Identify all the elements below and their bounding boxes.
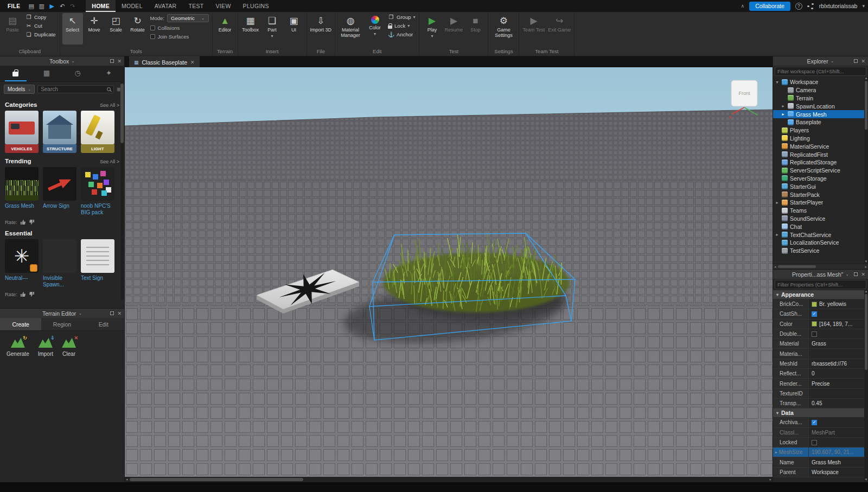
property-value[interactable]: Precise xyxy=(809,379,868,388)
property-value[interactable]: MeshPart xyxy=(809,428,868,437)
ribbon-tab-plugins[interactable]: PLUGINS xyxy=(237,0,275,12)
property-value[interactable]: [164, 189, 7... xyxy=(809,320,868,329)
explorer-item-lighting[interactable]: Lighting xyxy=(773,135,868,143)
properties-section-appearance[interactable]: ▾Appearance xyxy=(773,290,868,299)
toolbox-category-structure[interactable]: STRUCTURE xyxy=(43,111,76,153)
scroll-left-icon[interactable]: ◂ xyxy=(774,264,776,270)
move-button[interactable]: ✛Move xyxy=(84,13,105,44)
import-button[interactable]: ⇩Import xyxy=(38,338,53,357)
expander-icon[interactable]: ▸ xyxy=(781,104,786,108)
scrollbar-thumb[interactable] xyxy=(865,81,867,130)
open-icon[interactable]: ▥ xyxy=(37,1,46,11)
toolbox-asset-invisible-spawn[interactable]: Invisible Spawn... xyxy=(43,239,76,287)
thumbs-up-icon[interactable] xyxy=(20,291,26,297)
lock-button[interactable]: Lock▾ xyxy=(386,22,417,30)
chevron-down-icon[interactable]: ⌄ xyxy=(78,311,82,316)
search-input[interactable] xyxy=(41,86,105,92)
redo-icon[interactable]: ↷ xyxy=(68,1,77,11)
close-tab-icon[interactable]: ✕ xyxy=(190,60,195,65)
property-value[interactable] xyxy=(809,389,868,398)
explorer-item-starterpack[interactable]: StarterPack xyxy=(773,190,868,199)
viewport-3d[interactable]: Front x xyxy=(125,67,773,477)
explorer-item-serverscriptservice[interactable]: ServerScriptService xyxy=(773,167,868,175)
explorer-item-terrain[interactable]: Terrain xyxy=(773,94,868,103)
scroll-up-icon[interactable]: ▲ xyxy=(864,76,868,80)
explorer-item-teams[interactable]: Teams xyxy=(773,207,868,215)
chevron-down-icon[interactable]: ⌄ xyxy=(71,59,75,63)
checkbox-checked-icon[interactable]: ✓ xyxy=(812,311,817,317)
play-solo-icon[interactable]: ▶ xyxy=(47,1,56,11)
float-panel-icon[interactable] xyxy=(854,272,858,276)
float-panel-icon[interactable] xyxy=(110,311,114,315)
property-value[interactable]: ✓ xyxy=(809,309,868,318)
toolbox-category-light[interactable]: LIGHT xyxy=(81,111,114,153)
expander-icon[interactable]: ▸ xyxy=(775,450,777,455)
scale-button[interactable]: ◰Scale xyxy=(106,13,126,44)
chevron-down-icon[interactable]: ⌄ xyxy=(831,59,834,63)
toolbox-asset-grass-mesh[interactable]: Grass Mesh xyxy=(5,167,39,215)
scrollbar-thumb[interactable] xyxy=(130,478,303,481)
close-icon[interactable]: ✕ xyxy=(117,59,122,64)
part-button[interactable]: ❑Part▾ xyxy=(262,13,283,44)
select-button[interactable]: ↖Select xyxy=(62,13,83,44)
clear-button[interactable]: ✕Clear xyxy=(62,338,76,357)
color-button[interactable]: Color▾ xyxy=(365,13,385,44)
float-panel-icon[interactable] xyxy=(854,59,858,63)
thumbs-up-icon[interactable] xyxy=(20,219,26,225)
property-value[interactable]: 190.607, 90, 21... xyxy=(809,448,868,457)
expander-icon[interactable]: ▸ xyxy=(781,112,786,117)
toolbox-button[interactable]: ▦Toolbox xyxy=(240,13,261,44)
asset-category-select[interactable]: Models ⌄ xyxy=(4,85,35,94)
scroll-left-icon[interactable]: ◂ xyxy=(126,477,128,482)
explorer-item-replicatedfirst[interactable]: ReplicatedFirst xyxy=(773,150,868,158)
help-icon[interactable]: ? xyxy=(795,3,802,10)
explorer-item-startergui[interactable]: StarterGui xyxy=(773,182,868,190)
explorer-item-soundservice[interactable]: SoundService xyxy=(773,215,868,223)
explorer-filter-input[interactable] xyxy=(775,67,866,76)
explorer-item-textchatservice[interactable]: ▸TextChatService xyxy=(773,231,868,239)
mode-dropdown[interactable]: Mode:Geometric⌄ xyxy=(149,13,210,23)
explorer-item-starterplayer[interactable]: ▸StarterPlayer xyxy=(773,199,868,207)
ui-button[interactable]: ▣UI xyxy=(284,13,304,44)
property-value[interactable]: ✓ xyxy=(809,418,868,427)
join-surfaces-checkbox[interactable]: Join Surfaces xyxy=(149,33,210,41)
scrollbar-thumb[interactable] xyxy=(778,265,816,268)
property-value[interactable]: Workspace xyxy=(809,468,868,477)
scroll-up-icon[interactable]: ▲ xyxy=(864,290,868,293)
explorer-item-spawnlocation[interactable]: ▸SpawnLocation xyxy=(773,102,868,110)
scroll-down-icon[interactable]: ▼ xyxy=(864,478,868,481)
toolbox-asset-neutral[interactable]: Neutral--- xyxy=(5,239,39,287)
toolbox-asset-arrow-sign[interactable]: Arrow Sign xyxy=(43,167,76,215)
scroll-down-icon[interactable]: ▼ xyxy=(864,260,868,263)
scroll-right-icon[interactable]: ▸ xyxy=(865,264,867,270)
play-button[interactable]: ▶Play▾ xyxy=(422,13,442,44)
ribbon-tab-home[interactable]: HOME xyxy=(86,0,116,12)
explorer-hscrollbar[interactable]: ◂ ▸ xyxy=(773,264,868,269)
scroll-right-icon[interactable]: ▸ xyxy=(769,477,771,482)
explorer-item-chat[interactable]: Chat xyxy=(773,222,868,231)
property-value[interactable]: 0.45 xyxy=(809,399,868,408)
ribbon-tab-avatar[interactable]: AVATAR xyxy=(149,0,183,12)
trending-see-all-link[interactable]: See All > xyxy=(100,159,119,164)
chevron-down-icon[interactable]: ⌄ xyxy=(845,272,849,277)
explorer-item-localizationservice[interactable]: LocalizationService xyxy=(773,239,868,247)
toolbox-tab-creations[interactable]: ✦ xyxy=(98,66,119,81)
properties-vscrollbar[interactable]: ▲ ▼ xyxy=(864,290,868,481)
toolbox-category-vehicles[interactable]: VEHICLES xyxy=(5,111,39,153)
thumbs-down-icon[interactable] xyxy=(29,219,35,225)
search-box[interactable] xyxy=(37,85,114,93)
duplicate-button[interactable]: ❏Duplicate xyxy=(24,30,58,39)
explorer-item-materialservice[interactable]: MaterialService xyxy=(773,142,868,150)
viewport-hscrollbar[interactable]: ◂ ▸ xyxy=(125,477,773,482)
property-value[interactable]: 0 xyxy=(809,369,868,378)
ribbon-tab-test[interactable]: TEST xyxy=(183,0,210,12)
collapse-ribbon-icon[interactable]: ∧ xyxy=(741,3,745,9)
checkbox-unchecked-icon[interactable] xyxy=(812,331,817,337)
terrain-tab-create[interactable]: Create xyxy=(0,318,41,330)
toolbox-tab-inventory[interactable]: ▦ xyxy=(36,66,58,81)
filter-icon[interactable]: ≡ xyxy=(117,86,120,93)
explorer-item-replicatedstorage[interactable]: ReplicatedStorage xyxy=(773,158,868,167)
terrain-tab-region[interactable]: Region xyxy=(41,318,82,330)
explorer-item-grass-mesh[interactable]: ▸Grass Mesh xyxy=(773,110,868,118)
expander-icon[interactable]: ▾ xyxy=(775,80,780,85)
